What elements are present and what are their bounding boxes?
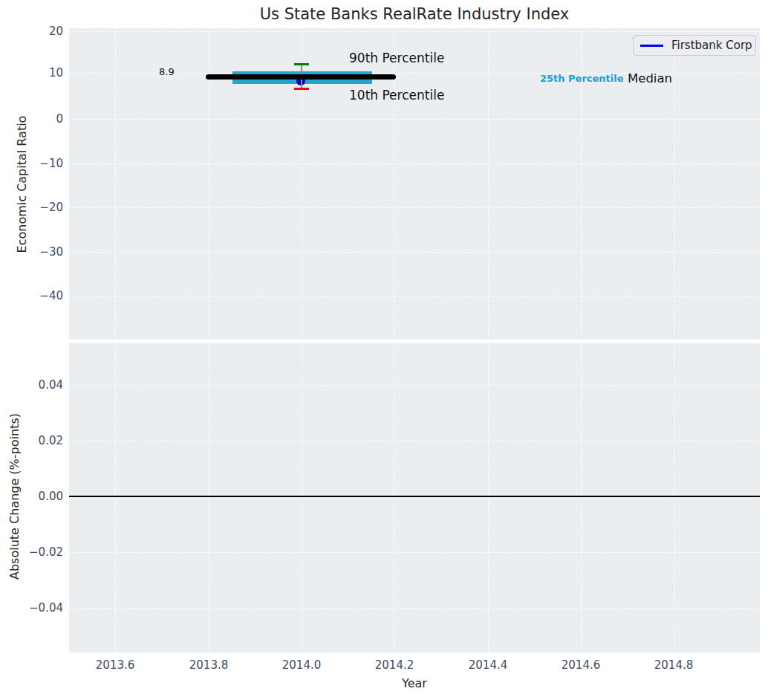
legend-line-sample [640,45,663,47]
ytick-top: −10 [0,156,63,171]
gridline-horizontal [69,552,760,553]
gridline-horizontal [69,441,760,441]
ytick-top: −40 [0,288,63,303]
legend[interactable]: Firstbank Corp [633,35,756,56]
gridline-vertical [115,343,116,652]
ytick-top: 10 [0,65,63,80]
xtick: 2014.6 [547,658,614,672]
bottom-y-axis-label: Absolute Change (%-points) [7,413,22,580]
gridline-horizontal [69,385,760,386]
ytick-bottom: −0.04 [0,600,63,615]
zero-baseline [69,496,760,497]
gridline-horizontal [69,608,760,609]
legend-label: Firstbank Corp [671,39,752,52]
chart-title: Us State Banks RealRate Industry Index [69,5,760,23]
percentile-90-annotation: 90th Percentile [349,51,444,65]
ytick-top: 20 [0,24,63,39]
bottom-plot-area [69,343,760,652]
gridline-vertical [209,343,209,652]
gridline-horizontal [69,252,760,253]
percentile-90-cap [294,63,309,65]
figure: Us State Banks RealRate Industry Index 8… [0,0,768,700]
ytick-top: 0 [0,111,63,126]
xtick: 2014.8 [640,658,707,672]
x-axis-label: Year [69,676,760,690]
top-plot-area: 8.9 90th Percentile 10th Percentile 25th… [69,28,760,340]
ytick-bottom: 0.04 [0,377,63,392]
gridline-vertical [115,28,116,340]
xtick: 2014.4 [455,658,521,672]
gridline-vertical [674,343,674,652]
percentile-25-annotation: 25th Percentile [540,73,624,84]
median-annotation: Median [628,71,672,85]
xtick: 2014.0 [268,658,335,672]
ytick-top: −30 [0,244,63,259]
ytick-top: −20 [0,200,63,215]
gridline-horizontal [69,119,760,120]
gridline-horizontal [69,207,760,208]
gridline-vertical [302,343,302,652]
xtick: 2013.8 [175,658,242,672]
top-y-axis-label: Economic Capital Ratio [15,116,29,253]
gridline-horizontal [69,163,760,164]
gridline-horizontal [69,296,760,296]
gridline-vertical [488,28,489,340]
percentile-10-annotation: 10th Percentile [349,88,444,103]
xtick: 2014.2 [361,658,428,672]
median-value-annotation: 8.9 [159,66,175,77]
gridline-vertical [674,28,674,340]
gridline-vertical [394,343,395,652]
gridline-vertical [488,343,489,652]
xtick: 2013.6 [82,658,149,672]
gridline-horizontal [69,31,760,32]
median-line [206,74,396,80]
percentile-10-cap [294,88,309,90]
gridline-vertical [581,343,582,652]
